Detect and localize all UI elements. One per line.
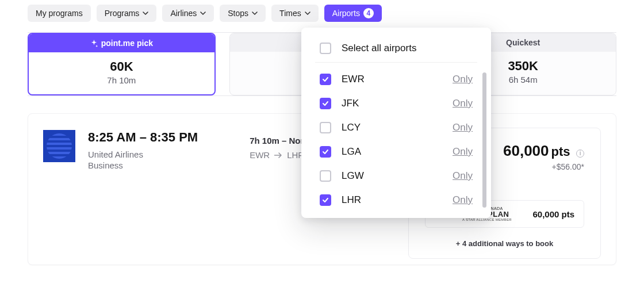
sparkle-icon xyxy=(90,40,98,47)
airport-code: EWR xyxy=(342,74,365,85)
tab-label: Quickest xyxy=(506,38,540,47)
more-ways-link[interactable]: + 4 additional ways to book xyxy=(425,239,584,248)
chevron-down-icon xyxy=(305,10,310,16)
only-link[interactable]: Only xyxy=(453,74,473,85)
chevron-down-icon xyxy=(252,10,258,16)
itinerary: 8:25 AM – 8:35 PM United Airlines Busine… xyxy=(88,130,198,170)
filter-label: My programs xyxy=(36,9,83,18)
price-value: 60,000 xyxy=(503,142,549,160)
airline-logo xyxy=(43,130,75,162)
filter-label: Programs xyxy=(105,9,140,18)
checkbox[interactable] xyxy=(320,194,331,206)
arrow-right-icon xyxy=(274,152,282,158)
checkbox[interactable] xyxy=(320,146,331,158)
airport-row-ewr[interactable]: EWROnly xyxy=(301,67,491,91)
tab-header: point.me pick xyxy=(29,34,214,52)
airport-row-jfk[interactable]: JFKOnly xyxy=(301,91,491,116)
airport-row-lga[interactable]: LGAOnly xyxy=(301,140,491,164)
booking-points: 60,000 pts xyxy=(532,209,574,219)
airport-row-lcy[interactable]: LCYOnly xyxy=(301,116,491,140)
scrollbar[interactable] xyxy=(482,72,486,208)
filter-label: Stops xyxy=(228,9,248,18)
checkbox[interactable] xyxy=(320,122,331,133)
chevron-down-icon xyxy=(200,10,206,16)
tab-label: point.me pick xyxy=(101,39,153,48)
carrier-name: United Airlines xyxy=(88,150,198,159)
airports-count-badge: 4 xyxy=(363,8,374,18)
only-link[interactable]: Only xyxy=(453,170,473,182)
price-main: 60,000 pts xyxy=(503,142,570,160)
filter-label: Airports xyxy=(332,9,360,18)
only-link[interactable]: Only xyxy=(453,122,473,133)
only-link[interactable]: Only xyxy=(453,98,473,109)
filter-label: Times xyxy=(279,9,301,18)
airport-code: LHR xyxy=(342,194,361,206)
filter-label: Airlines xyxy=(170,9,197,18)
price-unit: pts xyxy=(551,144,570,159)
checkbox[interactable] xyxy=(320,74,331,85)
filter-stops[interactable]: Stops xyxy=(220,5,266,22)
airport-code: LGA xyxy=(342,146,361,158)
tab-value: 60K xyxy=(39,59,204,74)
airport-row-lgw[interactable]: LGWOnly xyxy=(301,164,491,188)
airport-code: LCY xyxy=(342,122,361,133)
airport-row-lhr[interactable]: LHROnly xyxy=(301,188,491,212)
tab-pointme-pick[interactable]: point.me pick 60K 7h 10m xyxy=(28,33,216,95)
airport-code: JFK xyxy=(342,98,359,109)
tab-body: 60K 7h 10m xyxy=(29,52,214,94)
airports-dropdown: Select all airports EWROnlyJFKOnlyLCYOnl… xyxy=(301,28,491,218)
select-all-row[interactable]: Select all airports xyxy=(301,38,491,62)
filter-programs[interactable]: Programs xyxy=(97,5,157,22)
divider xyxy=(315,62,477,63)
filter-my-programs[interactable]: My programs xyxy=(28,5,91,22)
flight-times: 8:25 AM – 8:35 PM xyxy=(88,130,198,145)
only-link[interactable]: Only xyxy=(453,194,473,206)
partner-sub: A STAR ALLIANCE MEMBER xyxy=(462,218,512,221)
filter-times[interactable]: Times xyxy=(271,5,319,22)
filter-airports[interactable]: Airports 4 xyxy=(324,5,382,22)
airport-code: LGW xyxy=(342,170,364,182)
checkbox[interactable] xyxy=(320,98,331,109)
checkbox[interactable] xyxy=(320,43,331,54)
route-from: EWR xyxy=(250,150,270,160)
only-link[interactable]: Only xyxy=(453,146,473,158)
select-all-label: Select all airports xyxy=(342,43,416,54)
filter-airlines[interactable]: Airlines xyxy=(162,5,214,22)
checkbox[interactable] xyxy=(320,170,331,182)
info-icon[interactable]: i xyxy=(576,150,584,158)
cabin-class: Business xyxy=(88,160,198,170)
chevron-down-icon xyxy=(143,10,148,16)
tab-sub: 7h 10m xyxy=(39,75,204,85)
airport-list: EWROnlyJFKOnlyLCYOnlyLGAOnlyLGWOnlyLHROn… xyxy=(301,67,491,212)
